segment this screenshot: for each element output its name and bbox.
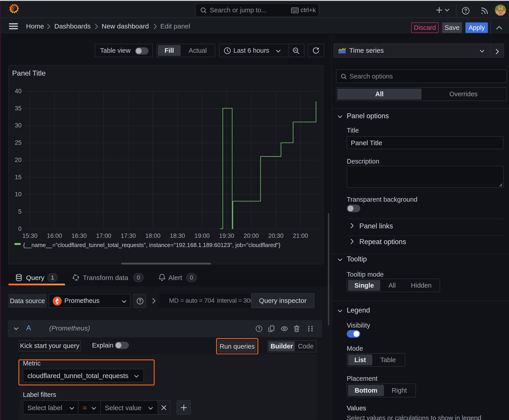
- svg-text:15: 15: [15, 174, 22, 181]
- svg-text:17:30: 17:30: [121, 232, 136, 239]
- svg-text:35: 35: [15, 105, 22, 112]
- svg-text:20:00: 20:00: [244, 232, 259, 239]
- svg-text:16:30: 16:30: [72, 232, 87, 239]
- svg-text:{__name__="cloudflared_tunnel_: {__name__="cloudflared_tunnel_total_requ…: [23, 242, 281, 248]
- svg-text:19:30: 19:30: [219, 232, 234, 239]
- svg-text:5: 5: [18, 208, 22, 215]
- svg-text:19:00: 19:00: [195, 232, 210, 239]
- svg-text:40: 40: [15, 88, 22, 94]
- svg-text:18:00: 18:00: [145, 232, 160, 239]
- svg-text:21:00: 21:00: [293, 232, 308, 239]
- svg-text:16:00: 16:00: [47, 232, 62, 239]
- svg-text:20: 20: [15, 157, 22, 163]
- svg-text:25: 25: [15, 139, 22, 146]
- svg-text:18:30: 18:30: [170, 232, 185, 239]
- svg-text:30: 30: [15, 122, 22, 129]
- svg-text:0: 0: [18, 225, 22, 232]
- svg-text:10: 10: [15, 191, 22, 198]
- svg-text:15:30: 15:30: [22, 232, 38, 239]
- svg-text:17:00: 17:00: [96, 232, 111, 239]
- svg-text:20:30: 20:30: [268, 232, 283, 239]
